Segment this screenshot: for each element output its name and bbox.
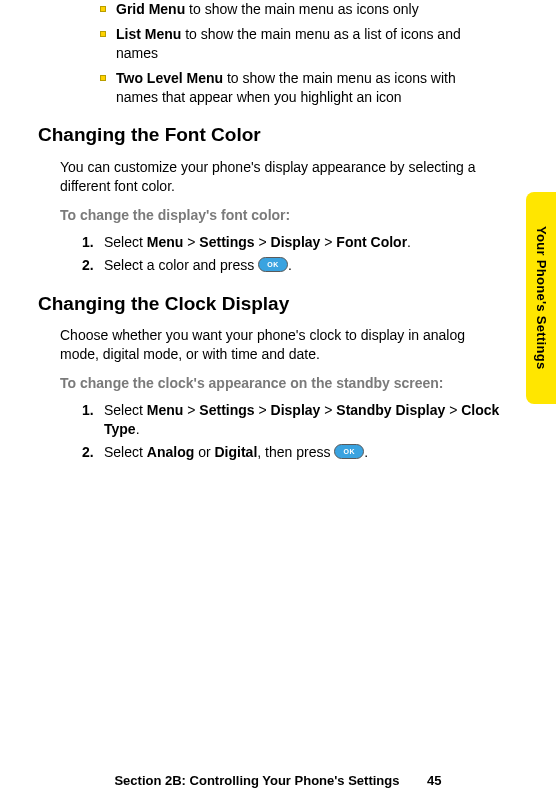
list-item: List Menu to show the main menu as a lis… — [100, 25, 501, 63]
ordered-steps: 1. Select Menu > Settings > Display > Fo… — [38, 233, 501, 275]
heading-clock-display: Changing the Clock Display — [38, 291, 501, 317]
side-tab-label: Your Phone's Settings — [532, 226, 550, 370]
bullet-icon — [100, 6, 106, 12]
list-item: Grid Menu to show the main menu as icons… — [100, 0, 501, 19]
step-item: 1. Select Menu > Settings > Display > Fo… — [82, 233, 501, 252]
bullet-text: List Menu to show the main menu as a lis… — [116, 25, 481, 63]
page-number: 45 — [427, 773, 441, 788]
bullet-text: Grid Menu to show the main menu as icons… — [116, 0, 419, 19]
step-body: Select Menu > Settings > Display > Font … — [104, 233, 501, 252]
step-number: 1. — [82, 401, 104, 420]
paragraph: Choose whether you want your phone's clo… — [38, 326, 501, 364]
footer-title: Section 2B: Controlling Your Phone's Set… — [114, 773, 399, 788]
step-body: Select Analog or Digital, then press OK. — [104, 443, 501, 462]
bullet-text: Two Level Menu to show the main menu as … — [116, 69, 481, 107]
step-number: 2. — [82, 443, 104, 462]
page-footer: Section 2B: Controlling Your Phone's Set… — [0, 772, 556, 790]
list-item: Two Level Menu to show the main menu as … — [100, 69, 501, 107]
side-tab: Your Phone's Settings — [526, 192, 556, 404]
step-item: 2. Select Analog or Digital, then press … — [82, 443, 501, 462]
step-item: 1. Select Menu > Settings > Display > St… — [82, 401, 501, 439]
instruction-label: To change the display's font color: — [38, 206, 501, 225]
step-body: Select Menu > Settings > Display > Stand… — [104, 401, 501, 439]
heading-font-color: Changing the Font Color — [38, 122, 501, 148]
ok-button-icon: OK — [258, 257, 288, 272]
step-number: 1. — [82, 233, 104, 252]
instruction-label: To change the clock's appearance on the … — [38, 374, 501, 393]
bullet-icon — [100, 75, 106, 81]
ordered-steps: 1. Select Menu > Settings > Display > St… — [38, 401, 501, 462]
bullet-list: Grid Menu to show the main menu as icons… — [38, 0, 501, 106]
step-body: Select a color and press OK. — [104, 256, 501, 275]
step-item: 2. Select a color and press OK. — [82, 256, 501, 275]
bullet-icon — [100, 31, 106, 37]
ok-button-icon: OK — [334, 444, 364, 459]
step-number: 2. — [82, 256, 104, 275]
paragraph: You can customize your phone's display a… — [38, 158, 501, 196]
